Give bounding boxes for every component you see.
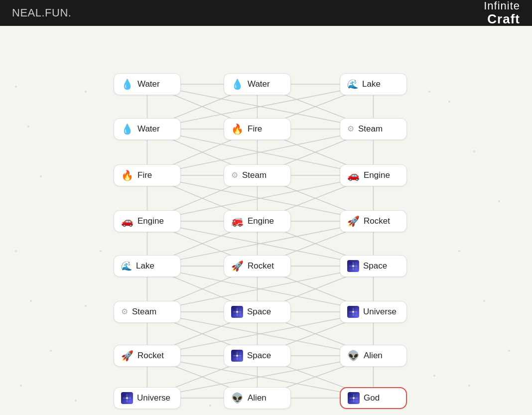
card-label: Universe [137, 393, 170, 403]
craft-card-lake1[interactable]: 🌊Lake [340, 73, 407, 95]
card-emoji: 💧 [121, 124, 133, 134]
card-emoji: 👽 [231, 393, 244, 403]
craft-card-universe2[interactable]: Universe [114, 387, 181, 409]
card-label: Space [247, 351, 271, 361]
card-label: Water [137, 124, 160, 134]
craft-card-steam2[interactable]: ⚙Steam [224, 164, 291, 186]
svg-point-82 [352, 265, 354, 267]
background-dot [508, 350, 510, 352]
craft-card-fire2[interactable]: 🔥Fire [114, 164, 181, 186]
craft-card-space2[interactable]: Space [224, 301, 291, 323]
background-dot [30, 300, 32, 302]
card-label: Alien [364, 351, 383, 361]
background-dot [483, 300, 485, 302]
craft-card-alien2[interactable]: 👽Alien [224, 387, 291, 409]
craft-area: 💧Water💧Water🌊Lake💧Water🔥Fire⚙Steam🔥Fire⚙… [0, 26, 532, 415]
craft-card-engine1[interactable]: 🚗Engine [340, 164, 407, 186]
svg-point-86 [236, 311, 238, 313]
craft-card-engine3[interactable]: 🚒Engine [224, 210, 291, 232]
card-emoji [348, 392, 360, 404]
craft-card-rocket2[interactable]: 🚀Rocket [224, 255, 291, 277]
card-emoji: ⚙ [121, 308, 128, 316]
card-emoji: 👽 [347, 351, 360, 361]
card-emoji: 🚗 [121, 216, 133, 226]
background-dot [40, 175, 42, 177]
background-dot [209, 405, 211, 407]
craft-card-engine2[interactable]: 🚗Engine [114, 210, 181, 232]
card-label: Space [247, 307, 271, 317]
card-emoji: ⚙ [347, 125, 354, 133]
card-label: God [364, 393, 380, 403]
craft-card-steam3[interactable]: ⚙Steam [114, 301, 181, 323]
craft-card-rocket3[interactable]: 🚀Rocket [114, 345, 181, 367]
background-dot [468, 385, 470, 387]
craft-card-space1[interactable]: Space [340, 255, 407, 277]
title-craft: Craft [484, 12, 520, 26]
background-dot [458, 250, 460, 252]
card-label: Fire [248, 124, 262, 134]
card-label: Fire [137, 170, 152, 180]
logo-dot: . [68, 6, 72, 19]
card-label: Engine [248, 216, 274, 226]
logo-text: NEAL.FUN [12, 6, 68, 19]
card-label: Rocket [364, 216, 390, 226]
background-dot [85, 305, 87, 307]
background-dot [20, 385, 22, 387]
card-label: Alien [248, 393, 266, 403]
svg-point-102 [353, 397, 355, 399]
craft-card-god[interactable]: God [340, 387, 407, 409]
craft-card-fire1[interactable]: 🔥Fire [224, 118, 291, 140]
background-dot [428, 91, 430, 93]
card-label: Steam [132, 307, 156, 317]
card-emoji [347, 306, 359, 318]
craft-card-water1[interactable]: 💧Water [114, 73, 181, 95]
svg-point-98 [126, 397, 128, 399]
card-label: Water [248, 79, 270, 89]
card-emoji: 💧 [231, 79, 244, 89]
logo[interactable]: NEAL.FUN. [12, 6, 71, 19]
background-dot [15, 86, 17, 88]
card-label: Universe [363, 307, 397, 317]
background-dot [473, 150, 475, 152]
craft-card-space3[interactable]: Space [224, 345, 291, 367]
title-infinite: Infinite [484, 0, 520, 12]
craft-card-rocket1[interactable]: 🚀Rocket [340, 210, 407, 232]
card-label: Rocket [137, 351, 164, 361]
card-label: Engine [137, 216, 164, 226]
card-emoji: 🚀 [231, 261, 244, 271]
card-emoji: 💧 [121, 79, 133, 89]
card-emoji: 🔥 [231, 124, 244, 134]
background-dot [433, 375, 435, 377]
header: NEAL.FUN. Infinite Craft [0, 0, 532, 26]
card-emoji: 🚀 [121, 351, 133, 361]
background-dot [27, 126, 29, 128]
app-title: Infinite Craft [484, 0, 520, 26]
card-label: Space [363, 261, 387, 271]
svg-point-94 [236, 355, 238, 357]
craft-card-water3[interactable]: 💧Water [114, 118, 181, 140]
craft-card-universe1[interactable]: Universe [340, 301, 407, 323]
card-emoji [231, 306, 243, 318]
card-emoji [231, 350, 243, 362]
card-label: Steam [358, 124, 383, 134]
craft-card-alien1[interactable]: 👽Alien [340, 345, 407, 367]
card-emoji: 🌊 [347, 80, 358, 89]
card-emoji: 🚀 [347, 216, 360, 226]
svg-point-90 [352, 311, 354, 313]
background-dot [75, 400, 77, 402]
background-dot [498, 200, 500, 202]
craft-card-water2[interactable]: 💧Water [224, 73, 291, 95]
card-label: Lake [362, 79, 381, 89]
craft-card-steam1[interactable]: ⚙Steam [340, 118, 407, 140]
card-label: Water [137, 79, 160, 89]
background-dot [100, 250, 102, 252]
card-emoji: 🔥 [121, 170, 133, 180]
card-emoji: 🚒 [231, 216, 244, 226]
craft-card-lake2[interactable]: 🌊Lake [114, 255, 181, 277]
card-label: Lake [136, 261, 154, 271]
background-dot [50, 350, 52, 352]
background-dot [85, 91, 87, 93]
card-emoji [347, 260, 359, 272]
card-emoji: 🌊 [121, 262, 132, 271]
card-emoji [121, 392, 133, 404]
